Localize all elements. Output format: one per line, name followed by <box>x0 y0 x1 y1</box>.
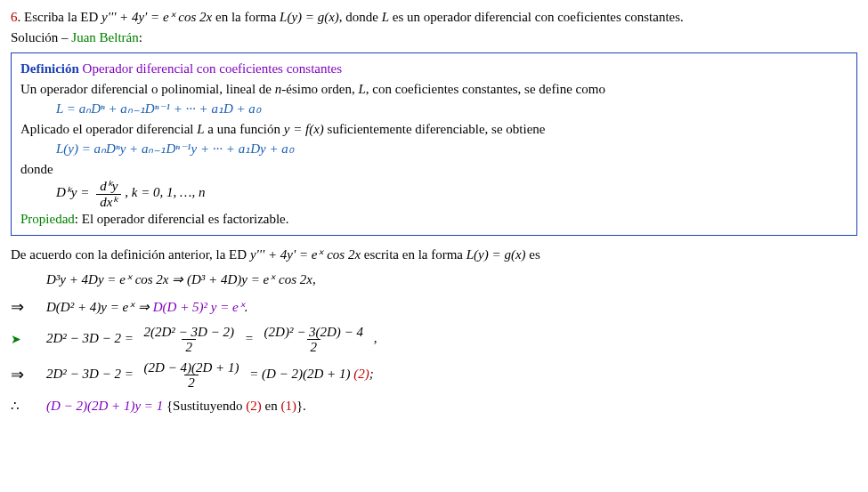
def-apply-L: L <box>197 122 204 136</box>
step-3-frac2: (2D)² − 3(2D) − 42 <box>261 325 367 355</box>
intro-form: L(y) = g(x) <box>466 247 526 262</box>
step-3-num1: 2(2D² − 3D − 2) <box>141 325 238 340</box>
def-Dk-frac: dᵏydxᵏ <box>96 179 121 209</box>
step-3-tail: , <box>370 331 377 345</box>
step-5-in: en <box>262 399 281 413</box>
def-apply-c: suficientemente diferenciable, se obtien… <box>324 122 546 136</box>
step-3-den2: 2 <box>307 339 321 355</box>
step-3-eqsign: = <box>241 331 257 345</box>
def-Dk-lhs: Dᵏy = <box>56 185 93 199</box>
problem-eq: y''' + 4y' = eˣ cos 2x <box>101 10 212 24</box>
def-Ly-expr: L(y) = aₙDⁿy + aₙ₋₁Dⁿ⁻¹y + ··· + a₁Dy + … <box>20 139 848 159</box>
def-line1c: , con coeficientes constantes, se define… <box>366 82 605 96</box>
step-5-eq: (D − 2)(2D + 1)y = 1 {Sustituyendo (2) e… <box>46 396 306 416</box>
step-3-frac1: 2(2D² − 3D − 2)2 <box>141 325 238 355</box>
problem-statement: 6. Escriba la ED y''' + 4y' = eˣ cos 2x … <box>11 7 857 28</box>
step-3-lead-icon: ➤ <box>11 330 46 349</box>
step-4-lhs: 2D² − 3D − 2 = <box>46 367 137 381</box>
step-2a: D(D² + 4)y = eˣ ⇒ <box>46 300 153 314</box>
property-word: Propiedad <box>20 212 75 226</box>
step-5-close: }. <box>296 399 306 413</box>
problem-post: , donde <box>339 10 382 24</box>
step-4-frac: (2D − 4)(2D + 1)2 <box>141 360 243 391</box>
def-apply-fn: y = f(x) <box>284 122 324 136</box>
intro-b: escrita en la forma <box>361 247 466 262</box>
step-5-lead: ∴ <box>11 396 46 416</box>
step-4: ⇒ 2D² − 3D − 2 = (2D − 4)(2D + 1)2 = (D … <box>11 360 857 391</box>
step-4-den: 2 <box>184 375 199 391</box>
def-donde: donde <box>20 159 848 180</box>
step-2-eq: D(D² + 4)y = eˣ ⇒ D(D + 5)² y = eˣ. <box>46 297 247 318</box>
step-4-rhs: = (D − 2)(2D + 1) <box>246 367 353 381</box>
intro-a: De acuerdo con la definición anterior, l… <box>11 247 250 262</box>
step-3: ➤ 2D² − 3D − 2 = 2(2D² − 3D − 2)2 = (2D)… <box>11 325 857 355</box>
def-Dk: Dᵏy = dᵏydxᵏ, k = 0, 1, …, n <box>20 179 848 209</box>
problem-mid: en la forma <box>212 10 280 24</box>
step-5-purple: (D − 2)(2D + 1)y = 1 <box>46 399 163 413</box>
def-apply-b: a una función <box>205 122 284 136</box>
intro-c: es <box>526 247 540 262</box>
def-Dk-tail: , k = 0, 1, …, n <box>125 185 205 199</box>
def-L: L <box>358 82 365 96</box>
step-1: D³y + 4Dy = eˣ cos 2x ⇒ (D³ + 4D)y = eˣ … <box>11 270 857 290</box>
def-Dk-den: dxᵏ <box>96 194 121 210</box>
step-3-den1: 2 <box>182 339 196 355</box>
step-4-ref: (2) <box>353 367 369 381</box>
step-3-num2: (2D)² − 3(2D) − 4 <box>261 325 367 340</box>
step-5-r2: (2) <box>246 399 262 413</box>
step-4-semi: ; <box>369 367 374 381</box>
intro-eq: y''' + 4y' = eˣ cos 2x <box>250 247 361 262</box>
body-intro: De acuerdo con la definición anterior, l… <box>11 245 857 265</box>
step-3-eq: 2D² − 3D − 2 = 2(2D² − 3D − 2)2 = (2D)² … <box>46 325 377 355</box>
def-apply-a: Aplicado el operador diferencial <box>20 122 197 136</box>
def-apply: Aplicado el operador diferencial L a una… <box>20 119 848 140</box>
author-name: Juan Beltrán <box>71 30 138 44</box>
step-2b: D(D + 5)² y = eˣ <box>153 300 245 314</box>
def-property: Propiedad: El operador diferencial es fa… <box>20 209 848 230</box>
step-2c: . <box>245 300 248 314</box>
definition-line1: Un operador diferencial o polinomial, li… <box>20 79 848 100</box>
definition-word: Definición <box>20 61 79 76</box>
definition-heading: Definición Operador diferencial con coef… <box>20 59 848 79</box>
problem-L: L <box>382 10 389 24</box>
property-text: : El operador diferencial es factorizabl… <box>75 212 289 226</box>
def-line1b: -ésimo orden, <box>281 82 358 96</box>
problem-number: 6 <box>11 10 18 24</box>
solution-author-line: Solución – Juan Beltrán: <box>11 28 857 48</box>
problem-tail: es un operador diferencial con coeficien… <box>389 10 684 24</box>
problem-form: L(y) = g(x) <box>280 10 339 24</box>
author-colon: : <box>139 30 142 44</box>
step-5-sub: {Sustituyendo <box>163 399 246 413</box>
step-4-eq: 2D² − 3D − 2 = (2D − 4)(2D + 1)2 = (D − … <box>46 360 374 391</box>
def-Dk-num: dᵏy <box>96 179 121 194</box>
problem-dot: . <box>18 10 25 24</box>
step-3-lhs: 2D² − 3D − 2 = <box>46 331 137 345</box>
step-5-r1: (1) <box>280 399 296 413</box>
step-5: ∴ (D − 2)(2D + 1)y = 1 {Sustituyendo (2)… <box>11 396 857 416</box>
problem-pre: Escriba la ED <box>24 10 101 24</box>
solution-label: Solución – <box>11 30 71 44</box>
step-2-lead: ⇒ <box>11 295 46 319</box>
def-line1a: Un operador diferencial o polinomial, li… <box>20 82 275 96</box>
step-2: ⇒ D(D² + 4)y = eˣ ⇒ D(D + 5)² y = eˣ. <box>11 295 857 319</box>
step-4-num: (2D − 4)(2D + 1) <box>141 360 243 375</box>
definition-title: Operador diferencial con coeficientes co… <box>79 61 342 76</box>
step-4-lead: ⇒ <box>11 363 46 387</box>
def-L-expr: L = aₙDⁿ + aₙ₋₁Dⁿ⁻¹ + ··· + a₁D + a₀ <box>20 99 848 119</box>
step-1-eq: D³y + 4Dy = eˣ cos 2x ⇒ (D³ + 4D)y = eˣ … <box>46 270 316 290</box>
definition-box: Definición Operador diferencial con coef… <box>11 52 857 236</box>
